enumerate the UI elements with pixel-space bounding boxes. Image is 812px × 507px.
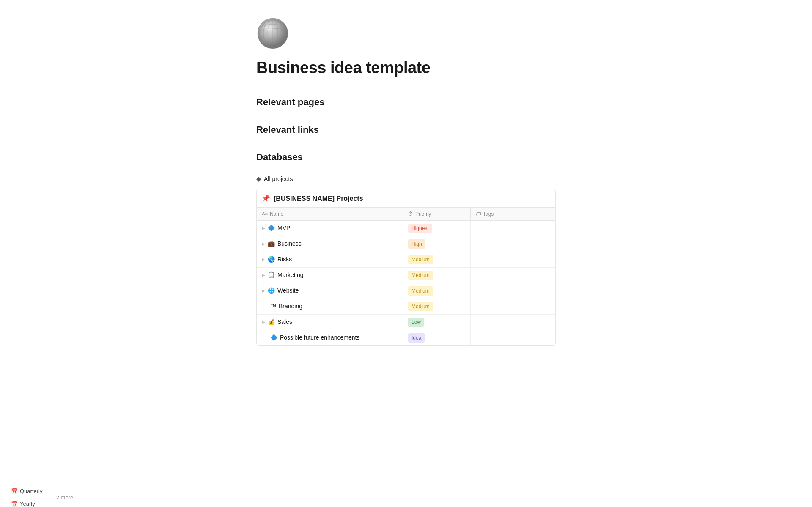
priority-badge: High: [408, 239, 425, 249]
header-tags: 🏷 Tags: [471, 208, 555, 220]
page-icon: [256, 17, 289, 50]
tags-icon: 🏷: [476, 210, 481, 218]
cell-tags: [471, 283, 555, 299]
cell-tags: [471, 268, 555, 283]
projects-table: 📌 [BUSINESS NAME] Projects Aa Name ⏱ Pri…: [256, 189, 556, 346]
cell-priority: Medium: [403, 283, 471, 299]
row-name: Risks: [277, 255, 292, 264]
cell-name: 🔷 Possible future enhancements: [257, 330, 403, 345]
row-name: Business: [277, 239, 302, 248]
expand-arrow[interactable]: ▶: [262, 319, 265, 325]
cell-tags: [471, 330, 555, 345]
all-projects-link[interactable]: ◆ All projects: [256, 174, 556, 184]
row-emoji: 💰: [268, 318, 275, 326]
cell-tags: [471, 221, 555, 236]
priority-badge: Medium: [408, 255, 433, 264]
relevant-pages-heading: Relevant pages: [256, 95, 556, 109]
row-emoji: 🔷: [268, 224, 275, 233]
relevant-pages-section: Relevant pages: [256, 95, 556, 109]
cell-priority: High: [403, 236, 471, 252]
cell-tags: [471, 236, 555, 252]
table-row[interactable]: ▶ 💼 Business High: [257, 236, 555, 252]
cell-priority: Low: [403, 315, 471, 330]
table-body: ▶ 🔷 MVP Highest ▶ 💼 Business High ▶ 🌎 Ri…: [257, 221, 555, 345]
row-emoji: ™: [270, 302, 276, 311]
priority-badge: Idea: [408, 333, 425, 343]
priority-badge: Low: [408, 318, 424, 327]
row-name: Website: [277, 286, 299, 295]
row-name: Branding: [279, 302, 302, 311]
expand-arrow[interactable]: ▶: [262, 241, 265, 247]
expand-arrow[interactable]: ▶: [262, 256, 265, 263]
expand-arrow[interactable]: ▶: [262, 272, 265, 278]
row-emoji: 🔷: [270, 333, 277, 342]
row-emoji: 🌎: [268, 255, 275, 264]
row-name: Marketing: [277, 271, 303, 280]
priority-badge: Medium: [408, 271, 433, 280]
header-priority: ⏱ Priority: [403, 208, 471, 220]
priority-badge: Highest: [408, 224, 432, 233]
cell-name: ▶ 💰 Sales: [257, 315, 403, 330]
cell-name: ▶ 🌎 Risks: [257, 252, 403, 267]
cell-name: ▶ 📋 Marketing: [257, 268, 403, 283]
expand-arrow[interactable]: ▶: [262, 288, 265, 294]
cell-priority: Highest: [403, 221, 471, 236]
priority-badge: Medium: [408, 302, 433, 311]
page-title: Business idea template: [256, 56, 556, 80]
row-name: Possible future enhancements: [280, 333, 359, 342]
row-name: Sales: [277, 318, 292, 326]
table-header: Aa Name ⏱ Priority 🏷 Tags: [257, 208, 555, 221]
cell-name: ▶ 🌐 Website: [257, 283, 403, 299]
databases-heading: Databases: [256, 150, 556, 164]
row-emoji: 🌐: [268, 286, 275, 295]
table-row[interactable]: ▶ 🌎 Risks Medium: [257, 252, 555, 268]
cell-name: ▶ 🔷 MVP: [257, 221, 403, 236]
projects-table-title-row: 📌 [BUSINESS NAME] Projects: [257, 189, 555, 208]
all-projects-label: All projects: [264, 175, 293, 184]
projects-title-emoji: 📌: [262, 194, 270, 204]
table-row[interactable]: ™ Branding Medium: [257, 299, 555, 315]
cell-priority: Idea: [403, 330, 471, 345]
row-name: MVP: [277, 224, 290, 233]
table-row[interactable]: ▶ 📋 Marketing Medium: [257, 268, 555, 283]
priority-icon: ⏱: [408, 210, 413, 218]
table-row[interactable]: ▶ 💰 Sales Low: [257, 315, 555, 330]
page-container: Business idea template Relevant pages Re…: [216, 0, 596, 346]
relevant-links-heading: Relevant links: [256, 123, 556, 137]
cell-priority: Medium: [403, 252, 471, 267]
row-emoji: 💼: [268, 239, 275, 248]
cell-priority: Medium: [403, 268, 471, 283]
cell-name: ▶ 💼 Business: [257, 236, 403, 252]
cell-name: ™ Branding: [257, 299, 403, 314]
databases-section: Databases ◆ All projects 📌 [BUSINESS NAM…: [256, 150, 556, 346]
expand-arrow[interactable]: ▶: [262, 225, 265, 231]
cell-priority: Medium: [403, 299, 471, 314]
cell-tags: [471, 299, 555, 314]
relevant-links-section: Relevant links: [256, 123, 556, 137]
table-row[interactable]: ▶ 🔷 MVP Highest: [257, 221, 555, 236]
cell-tags: [471, 252, 555, 267]
projects-table-title: [BUSINESS NAME] Projects: [274, 194, 363, 204]
header-name: Aa Name: [257, 208, 403, 220]
priority-badge: Medium: [408, 286, 433, 296]
all-projects-icon: ◆: [256, 174, 261, 184]
cell-tags: [471, 315, 555, 330]
row-emoji: 📋: [268, 271, 275, 280]
header-name-icon: Aa: [262, 210, 268, 217]
table-row[interactable]: ▶ 🌐 Website Medium: [257, 283, 555, 299]
table-row[interactable]: 🔷 Possible future enhancements Idea: [257, 330, 555, 345]
